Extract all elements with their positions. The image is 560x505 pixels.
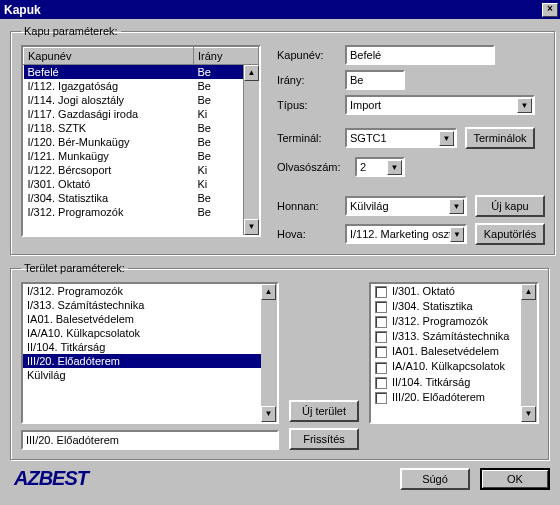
table-row[interactable]: I/117. Gazdasági irodaKi [24,107,259,121]
area-checklist[interactable]: I/301. OktatóI/304. StatisztikaI/312. Pr… [369,282,539,424]
area-params-group: Terület paraméterek: I/312. ProgramozókI… [10,262,550,461]
list-item[interactable]: I/312. Programozók [23,284,261,298]
checklist-scrollbar[interactable]: ▲ ▼ [521,284,537,422]
table-row[interactable]: I/301. OktatóKi [24,177,259,191]
table-row[interactable]: I/304. StatisztikaBe [24,191,259,205]
chevron-down-icon[interactable]: ▼ [517,98,532,113]
label-tipus: Típus: [277,99,345,111]
list-item[interactable]: II/104. Titkárság [23,340,261,354]
chevron-down-icon[interactable]: ▼ [439,131,454,146]
titlebar: Kapuk × [0,0,560,19]
list-item[interactable]: IA/A10. Külkapcsolatok [23,326,261,340]
scroll-down-icon[interactable]: ▼ [244,219,259,235]
checklist-item[interactable]: I/304. Statisztika [371,299,521,314]
checklist-item[interactable]: I/312. Programozók [371,314,521,329]
chevron-down-icon[interactable]: ▼ [387,160,402,175]
label-terminal: Terminál: [277,132,345,144]
selected-area-input[interactable] [21,430,279,450]
col-kapunev[interactable]: Kapunév [24,48,194,65]
list-item[interactable]: IA01. Balesetvédelem [23,312,261,326]
checkbox-icon[interactable] [375,331,387,343]
hova-combo[interactable]: I/112. Marketing osztá ▼ [345,224,467,244]
checkbox-icon[interactable] [375,377,387,389]
scroll-down-icon[interactable]: ▼ [261,406,276,422]
table-row[interactable]: I/121. MunkaügyBe [24,149,259,163]
window-title: Kapuk [4,3,41,17]
checklist-item[interactable]: IA/A10. Külkapcsolatok [371,359,521,374]
gate-table[interactable]: Kapunév Irány BefeléBeI/112. Igazgatóság… [21,45,261,237]
checkbox-icon[interactable] [375,392,387,404]
list-item[interactable]: Külvilág [23,368,261,382]
honnan-combo[interactable]: Külvilág ▼ [345,196,467,216]
gate-params-legend: Kapu paraméterek: [21,25,121,37]
irany-input[interactable] [345,70,405,90]
checklist-item[interactable]: IA01. Balesetvédelem [371,344,521,359]
label-hova: Hova: [277,228,345,240]
gate-table-scrollbar[interactable]: ▲ ▼ [243,65,259,235]
olvaso-combo[interactable]: 2 ▼ [355,157,405,177]
ujkapu-button[interactable]: Új kapu [475,195,545,217]
scroll-up-icon[interactable]: ▲ [521,284,536,300]
table-row[interactable]: I/122. BércsoportKi [24,163,259,177]
scroll-down-icon[interactable]: ▼ [521,406,536,422]
label-honnan: Honnan: [277,200,345,212]
checklist-item[interactable]: I/313. Számítástechnika [371,329,521,344]
label-olvaso: Olvasószám: [277,161,355,173]
area-params-legend: Terület paraméterek: [21,262,128,274]
checkbox-icon[interactable] [375,301,387,313]
checkbox-icon[interactable] [375,316,387,328]
list-item[interactable]: I/313. Számítástechnika [23,298,261,312]
checkbox-icon[interactable] [375,362,387,374]
checklist-item[interactable]: I/301. Oktató [371,284,521,299]
terminalok-button[interactable]: Terminálok [465,127,535,149]
table-row[interactable]: I/120. Bér-MunkaügyBe [24,135,259,149]
col-irany[interactable]: Irány [194,48,259,65]
label-kapunev: Kapunév: [277,49,345,61]
ok-button[interactable]: OK [480,468,550,490]
list-item[interactable]: III/20. Előadóterem [23,354,261,368]
logo: AZBEST [14,467,88,490]
chevron-down-icon[interactable]: ▼ [449,199,464,214]
table-row[interactable]: I/112. IgazgatóságBe [24,79,259,93]
scroll-up-icon[interactable]: ▲ [244,65,259,81]
checklist-item[interactable]: III/20. Előadóterem [371,390,521,405]
table-row[interactable]: I/312. ProgramozókBe [24,205,259,219]
frissites-button[interactable]: Frissítés [289,428,359,450]
table-row[interactable]: I/114. Jogi alosztályBe [24,93,259,107]
checkbox-icon[interactable] [375,286,387,298]
table-row[interactable]: BefeléBe [24,65,259,80]
checklist-item[interactable]: II/104. Titkárság [371,375,521,390]
terminal-combo[interactable]: SGTC1 ▼ [345,128,457,148]
kaputorles-button[interactable]: Kaputörlés [475,223,545,245]
chevron-down-icon[interactable]: ▼ [450,227,464,242]
tipus-combo[interactable]: Import ▼ [345,95,535,115]
sugo-button[interactable]: Súgó [400,468,470,490]
checkbox-icon[interactable] [375,346,387,358]
table-row[interactable]: I/118. SZTKBe [24,121,259,135]
label-irany: Irány: [277,74,345,86]
area-list[interactable]: I/312. ProgramozókI/313. Számítástechnik… [21,282,279,424]
area-list-scrollbar[interactable]: ▲ ▼ [261,284,277,422]
scroll-up-icon[interactable]: ▲ [261,284,276,300]
close-icon[interactable]: × [542,3,558,17]
ujterulet-button[interactable]: Új terület [289,400,359,422]
gate-params-group: Kapu paraméterek: Kapunév Irány BefeléBe… [10,25,556,256]
kapunev-input[interactable] [345,45,495,65]
